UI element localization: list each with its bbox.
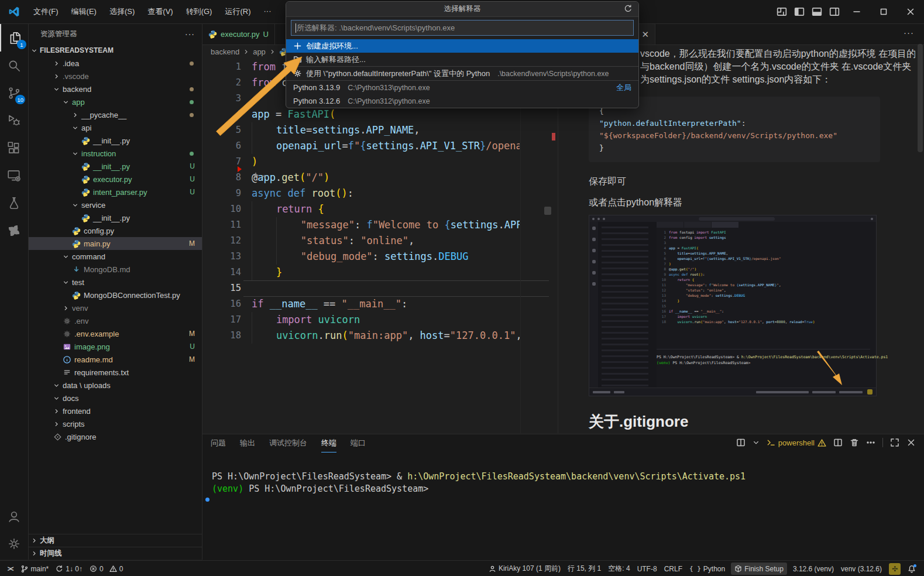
panel-tab-调试控制台[interactable]: 调试控制台	[269, 438, 307, 452]
menu-item-选择(S)[interactable]: 选择(S)	[103, 4, 141, 19]
more-actions-icon[interactable]	[866, 438, 875, 447]
tree-item-__init__.py[interactable]: __init__.pyU	[29, 160, 202, 173]
sidebar-section-大纲[interactable]: 大纲	[29, 534, 202, 547]
menu-item-编辑(E)[interactable]: 编辑(E)	[65, 4, 103, 19]
layout-customize-icon[interactable]	[773, 3, 791, 20]
tree-item-service[interactable]: service	[29, 198, 202, 211]
tree-item-config.py[interactable]: config.py	[29, 224, 202, 237]
toggle-secondary-sidebar-icon[interactable]	[826, 3, 843, 20]
maximize-icon[interactable]	[870, 1, 897, 23]
code-editor[interactable]: 1from fastapi import FastAPI2from config…	[202, 59, 557, 433]
tree-item-__pycache__[interactable]: __pycache__	[29, 108, 202, 121]
breadcrumb-item-backend[interactable]: backend	[211, 47, 239, 56]
extensions-icon[interactable]	[0, 134, 28, 162]
tree-item-.env.example[interactable]: .env.exampleM	[29, 327, 202, 340]
editor-actions-more-icon[interactable]: ···	[904, 28, 914, 37]
statusbar-item-venv (3.12.6)[interactable]: venv (3.12.6)	[837, 563, 885, 575]
tree-item-.env[interactable]: .env	[29, 314, 202, 327]
trash-icon[interactable]	[850, 438, 859, 447]
explorer-more-icon[interactable]: ···	[185, 29, 195, 39]
source-control-icon[interactable]: 10	[0, 79, 28, 107]
tree-item-scripts[interactable]: scripts	[29, 417, 202, 430]
panel-tab-端口[interactable]: 端口	[351, 438, 366, 452]
panel-tab-问题[interactable]: 问题	[211, 438, 226, 452]
minimize-icon[interactable]	[843, 1, 870, 23]
tab-executor-py[interactable]: executor.py U	[202, 24, 275, 44]
menu-item-查看(V)[interactable]: 查看(V)	[141, 4, 179, 19]
tree-item-requirements.txt[interactable]: requirements.txt	[29, 366, 202, 379]
new-terminal-icon[interactable]	[736, 438, 746, 447]
quick-pick-item-5[interactable]: Python 3.12.6C:\Python312\python.exe	[286, 94, 638, 108]
tree-item-main.py[interactable]: main.pyM	[29, 237, 202, 250]
preview-scrollbar[interactable]	[918, 44, 923, 152]
tree-item-readme.md[interactable]: readme.mdM	[29, 353, 202, 366]
toggle-sidebar-icon[interactable]	[791, 3, 808, 20]
statusbar-item-remote[interactable]: ><	[4, 563, 17, 575]
pinwheel-extension-icon[interactable]	[0, 217, 28, 244]
copilot-sparkle-icon[interactable]	[252, 172, 267, 180]
statusbar-item-KiriAky 107 (1 周前)[interactable]: KiriAky 107 (1 周前)	[485, 563, 564, 575]
editor-scrollbar[interactable]	[544, 207, 551, 215]
panel-tab-输出[interactable]: 输出	[240, 438, 255, 452]
breadcrumb-item-app[interactable]: app	[253, 47, 266, 56]
tree-item-test[interactable]: test	[29, 276, 202, 289]
interpreter-search-input[interactable]: 所选解释器: .\backend\venv\Scripts\python.exe	[291, 20, 634, 36]
remote-explorer-icon[interactable]	[0, 162, 28, 189]
statusbar-item-3.12.6 (venv)[interactable]: 3.12.6 (venv)	[789, 563, 837, 575]
tree-item-frontend[interactable]: frontend	[29, 404, 202, 417]
tree-item-docs[interactable]: docs	[29, 392, 202, 404]
statusbar-item-Python[interactable]: { }Python	[686, 563, 729, 575]
statusbar-item-CRLF[interactable]: CRLF	[661, 563, 686, 575]
statusbar-item-main*[interactable]: main*	[17, 563, 53, 575]
quick-pick-item-2[interactable]: 输入解释器路径...	[286, 53, 638, 66]
tree-item-datauploads[interactable]: data \ uploads	[29, 379, 202, 392]
sidebar-section-时间线[interactable]: 时间线	[29, 547, 202, 560]
account-icon[interactable]	[0, 502, 28, 530]
explorer-icon[interactable]: 1	[0, 24, 29, 52]
maximize-panel-icon[interactable]	[890, 438, 899, 447]
tree-item-.idea[interactable]: .idea	[29, 57, 202, 70]
explorer-root-row[interactable]: FILESREADSYSTEAM	[29, 44, 202, 57]
tree-item-.gitignore[interactable]: .gitignore	[29, 430, 202, 443]
tree-item-.vscode[interactable]: .vscode	[29, 70, 202, 83]
menu-item-转到(G)[interactable]: 转到(G)	[180, 4, 219, 19]
statusbar-item-bell[interactable]	[904, 563, 919, 575]
tree-item-instruction[interactable]: instruction	[29, 147, 202, 160]
run-debug-icon[interactable]	[0, 107, 28, 134]
testing-icon[interactable]	[0, 189, 28, 217]
quick-pick-item-1[interactable]: 创建虚拟环境...	[286, 39, 638, 53]
tree-item-command[interactable]: command	[29, 250, 202, 263]
tree-item-app[interactable]: app	[29, 95, 202, 108]
panel-tab-终端[interactable]: 终端	[321, 438, 336, 452]
tree-item-api[interactable]: api	[29, 121, 202, 134]
tree-item-image.png[interactable]: image.pngU	[29, 340, 202, 353]
search-icon[interactable]	[0, 52, 28, 79]
menu-item-运行(R)[interactable]: 运行(R)	[218, 4, 257, 19]
statusbar-item-olive[interactable]: ✣	[885, 563, 904, 575]
terminal-dropdown-icon[interactable]	[753, 439, 760, 446]
terminal[interactable]: PS H:\OwnProject\FilesReadSysteam> & h:\…	[212, 471, 746, 495]
close-icon[interactable]: ✕	[641, 29, 649, 40]
close-icon[interactable]	[897, 1, 924, 23]
statusbar-item-Finish Setup[interactable]: Finish Setup	[731, 563, 787, 575]
statusbar-item-1↓ 0↑[interactable]: 1↓ 0↑	[52, 563, 86, 575]
quick-pick-item-4[interactable]: Python 3.13.9C:\Python313\python.exe全局	[286, 80, 638, 94]
menu-item-···[interactable]: ···	[257, 4, 277, 19]
menu-item-文件(F)[interactable]: 文件(F)	[27, 4, 65, 19]
tree-item-__init__.py[interactable]: __init__.py	[29, 211, 202, 224]
shell-label[interactable]: powershell	[767, 438, 826, 447]
tree-item-executor.py[interactable]: executor.pyU	[29, 173, 202, 186]
tree-item-venv[interactable]: venv	[29, 301, 202, 314]
statusbar-item-空格: 4[interactable]: 空格: 4	[604, 563, 633, 575]
quick-pick-item-3[interactable]: 使用 \"python.defaultInterpreterPath\" 设置中…	[286, 66, 638, 80]
tree-item-MongoDBConnectionTest.py[interactable]: MongoDBConnectionTest.py	[29, 289, 202, 301]
toggle-panel-icon[interactable]	[808, 3, 826, 20]
settings-gear-icon[interactable]	[0, 530, 28, 557]
tree-item-intent_parser.py[interactable]: intent_parser.pyU	[29, 186, 202, 198]
statusbar-item-行 15, 列 1[interactable]: 行 15, 列 1	[564, 563, 604, 575]
split-terminal-icon[interactable]	[833, 438, 843, 447]
tree-item-__init__.py[interactable]: __init__.py	[29, 134, 202, 147]
statusbar-item-UTF-8[interactable]: UTF-8	[634, 563, 661, 575]
statusbar-item-0[interactable]: 00	[86, 563, 126, 575]
tree-item-backend[interactable]: backend	[29, 83, 202, 95]
